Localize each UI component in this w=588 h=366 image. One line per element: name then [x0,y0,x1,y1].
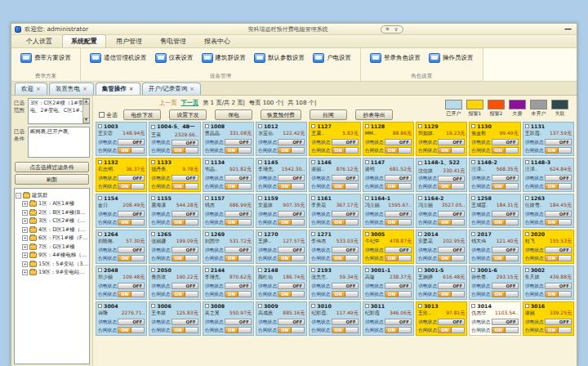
meter-card[interactable]: 2148 颜红仙 186.74元 供电状态 OFF 合闸状态 ON [256,266,307,300]
switch-status-toggle[interactable]: ON [438,291,465,297]
meter-card[interactable]: 1130 焦金毅 99.49元 供电状态 OFF 合闸状态 ON [469,122,520,156]
meter-checkbox[interactable] [418,304,422,308]
prev-page-link[interactable]: 上一页 [159,99,177,107]
meter-card[interactable]: 3011 纪彩霞 346.06元 供电状态 OFF 合闸状态 ON [363,301,414,336]
switch-status-toggle[interactable]: ON [118,327,145,333]
supply-status-toggle[interactable]: OFF [545,283,572,289]
expand-icon[interactable]: + [22,210,28,216]
supply-status-toggle[interactable]: OFF [172,140,198,146]
supply-status-toggle[interactable]: OFF [438,283,465,289]
supply-status-toggle[interactable]: OFF [118,247,145,253]
switch-status-toggle[interactable]: ON [278,147,305,154]
ribbon-button[interactable]: 费率方案设置 [16,51,75,65]
supply-status-toggle[interactable]: OFF [438,211,465,217]
supply-status-toggle[interactable]: OFF [225,139,252,145]
meter-checkbox[interactable] [525,304,529,308]
meter-checkbox[interactable] [471,268,475,272]
meter-card[interactable]: 3005 牛纪中 478.87元 供电状态 OFF 合闸状态 ON [363,230,414,264]
meter-checkbox[interactable] [258,268,262,272]
switch-status-toggle[interactable]: ON [225,255,252,261]
meter-checkbox[interactable] [151,196,155,200]
meter-checkbox[interactable] [258,160,262,164]
switch-status-toggle[interactable]: ON [385,291,412,297]
switch-status-toggle[interactable]: ON [332,327,359,333]
meter-card[interactable]: 2144 李瑾先. 870.62元 供电状态 OFF 合闸状态 ON [203,266,254,300]
close-tab-icon[interactable]: × [189,87,194,92]
switch-status-toggle[interactable]: ON [118,219,145,225]
switch-status-toggle[interactable]: ON [492,147,519,154]
supply-status-toggle[interactable]: OFF [385,175,412,181]
meter-card[interactable]: 1129 郑如妹. 19.23元 供电状态 OFF 合闸状态 ON [416,122,467,156]
meter-checkbox[interactable] [418,124,422,128]
switch-status-toggle[interactable]: ON [492,291,519,297]
meter-checkbox[interactable] [418,232,422,236]
ribbon-button[interactable]: 操作员设置 [425,51,478,65]
meter-checkbox[interactable] [525,124,529,128]
document-tab[interactable]: 欢迎 × [15,83,47,95]
supply-status-toggle[interactable]: OFF [545,211,572,217]
meter-checkbox[interactable] [525,232,529,236]
switch-status-toggle[interactable]: ON [438,219,465,225]
supply-status-toggle[interactable]: OFF [118,211,145,217]
meter-card[interactable]: 3001-5 王婀婷 616.48元 供电状态 OFF 合闸状态 ON [416,266,467,300]
meter-checkbox[interactable] [311,196,315,200]
supply-status-toggle[interactable]: OFF [172,247,198,253]
range-scrollbar[interactable]: ▲ ▼ [82,99,89,123]
tree-item[interactable]: + 19区：9#变电站（2#.. [22,269,88,276]
document-tab[interactable]: 装置售电 × [49,83,94,95]
switch-status-toggle[interactable]: ON [438,255,465,261]
meter-card[interactable]: 3002 鱼天妹 439.88元 供电状态 OFF 合闸状态 ON [523,266,574,300]
supply-status-toggle[interactable]: OFF [172,319,198,325]
supply-status-toggle[interactable]: OFF [438,139,465,145]
menu-item[interactable]: 系统配置 [62,34,106,47]
meter-checkbox[interactable] [311,304,315,308]
supply-status-toggle[interactable]: OFF [385,139,412,145]
meter-checkbox[interactable] [98,196,102,200]
switch-status-toggle[interactable]: ON [118,255,145,261]
switch-status-toggle[interactable]: ON [225,147,252,154]
supply-status-toggle[interactable]: OFF [172,211,198,217]
meter-card[interactable]: 1269 刘国华 531.72元 供电状态 OFF 合闸状态 ON [203,230,254,264]
meter-card[interactable]: 1265 张丽娜 199.09元 供电状态 OFF 合闸状态 ON [149,230,200,264]
meter-card[interactable]: 2050 贵西玫 190.22元 供电状态 OFF 合闸状态 ON [149,266,200,300]
switch-status-toggle[interactable]: ON [545,219,572,225]
meter-card[interactable]: 1128 MM.. 88.86元 供电状态 OFF 合闸状态 ON [363,122,414,156]
meter-card[interactable]: 1164-1 冯立丽. 1595.67.. 供电状态 OFF 合闸状态 ON [363,194,414,228]
switch-status-toggle[interactable]: ON [225,327,252,333]
meter-checkbox[interactable] [525,160,529,164]
switch-status-toggle[interactable]: ON [118,291,145,297]
meter-checkbox[interactable] [151,268,155,272]
tree-root[interactable]: - 建筑群 [16,192,88,199]
meter-card[interactable]: 2020 桂飞 155.53元 供电状态 OFF 合闸状态 ON [523,230,574,264]
meter-card[interactable]: 3016 谢丽 339.25元 供电状态 OFF 合闸状态 ON [523,301,574,336]
refresh-button[interactable]: 刷新 [15,174,89,185]
switch-status-toggle[interactable]: ON [332,183,359,190]
tree-item[interactable]: + 15区：5#变站（3#变.. [22,261,88,268]
switch-status-toggle[interactable]: ON [278,255,305,261]
meter-card[interactable]: 1270 王婷.. 127.57元 供电状态 OFF 合闸状态 ON [256,230,307,264]
supply-status-toggle[interactable]: OFF [225,247,252,253]
supply-status-toggle[interactable]: OFF [545,247,572,253]
ribbon-button[interactable]: 建筑群设置 [198,51,251,65]
meter-card[interactable]: 1164-2 冯立丽 3527.05.. 供电状态 OFF 合闸状态 ON [416,194,467,228]
menu-item[interactable]: 个人设置 [18,35,60,47]
switch-status-toggle[interactable]: ON [225,183,252,190]
supply-status-toggle[interactable]: OFF [278,139,305,145]
supply-status-toggle[interactable]: OFF [118,319,145,325]
collapse-icon[interactable]: - [16,193,21,199]
meter-card[interactable]: 2048 郑少丽 109.48元 供电状态 OFF 合闸状态 ON [96,266,147,300]
supply-status-toggle[interactable]: OFF [225,283,252,289]
meter-checkbox[interactable] [311,124,315,128]
meter-checkbox[interactable] [525,196,529,200]
ribbon-button[interactable]: 仪表设置 [151,51,198,65]
switch-status-toggle[interactable]: ON [172,255,198,261]
supply-status-toggle[interactable]: OFF [332,283,359,289]
next-page-link[interactable]: 下一页 [181,99,199,107]
meter-checkbox[interactable] [471,196,475,200]
switch-status-toggle[interactable]: ON [278,291,305,297]
supply-status-toggle[interactable]: OFF [118,139,145,145]
meter-checkbox[interactable] [151,160,155,164]
supply-status-toggle[interactable]: OFF [278,247,305,253]
meter-card[interactable]: 1263 任妹雪. 184.45元 供电状态 OFF 合闸状态 ON [523,194,574,228]
meter-card[interactable]: 2014 安婴花 202.95元 供电状态 OFF 合闸状态 ON [416,230,467,264]
